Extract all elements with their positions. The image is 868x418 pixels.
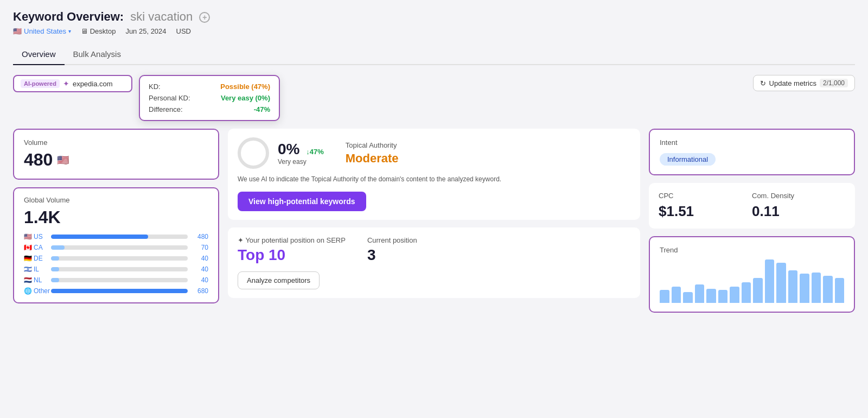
country-code: 🌐 Other xyxy=(24,287,47,295)
row-flag: 🇩🇪 xyxy=(24,255,32,262)
left-column: Volume 480 🇺🇸 Global Volume 1.4K 🇺🇸 US xyxy=(13,129,219,313)
row-flag: 🌐 xyxy=(24,287,32,295)
trend-bar xyxy=(765,259,775,303)
difficulty-card: 0% ↓47% Very easy Topical Authority Mode… xyxy=(228,129,640,220)
bar-fill xyxy=(51,267,59,271)
row-count: 40 xyxy=(192,276,208,284)
row-code: Other xyxy=(34,287,50,295)
add-keyword-icon[interactable]: + xyxy=(199,12,210,23)
diff-arrow: ↓47% xyxy=(306,148,324,156)
row-code: NL xyxy=(34,276,42,284)
update-count: 2/1,000 xyxy=(820,79,848,87)
global-row: 🇮🇱 IL 40 xyxy=(24,265,208,273)
trend-bar xyxy=(660,290,669,303)
update-metrics-button[interactable]: ↻ Update metrics 2/1,000 xyxy=(753,75,855,91)
bar-bg xyxy=(51,256,188,261)
row-flag: 🇺🇸 xyxy=(24,233,32,240)
volume-card: Volume 480 🇺🇸 xyxy=(13,129,219,180)
flag-us: 🇺🇸 xyxy=(13,27,22,35)
row-code: DE xyxy=(34,255,43,262)
trend-bar xyxy=(718,290,728,303)
right-column: Intent Informational CPC $1.51 Com. Dens… xyxy=(649,129,855,313)
serp-card: ✦ Your potential position on SERP Top 10… xyxy=(228,227,640,298)
density-label: Com. Density xyxy=(752,192,845,200)
topical-authority-value: Moderate xyxy=(346,151,399,166)
volume-flag: 🇺🇸 xyxy=(57,154,69,166)
mid-column: 0% ↓47% Very easy Topical Authority Mode… xyxy=(228,129,640,313)
bar-bg xyxy=(51,235,188,239)
row-flag: 🇳🇱 xyxy=(24,276,32,284)
trend-bar xyxy=(695,284,705,303)
row-code: CA xyxy=(34,244,43,251)
trend-label: Trend xyxy=(660,246,844,254)
tabs-row: Overview Bulk Analysis xyxy=(13,45,855,65)
bar-bg xyxy=(51,267,188,271)
trend-bar xyxy=(742,282,751,303)
global-rows: 🇺🇸 US 480 🇨🇦 CA 70 🇩🇪 DE xyxy=(24,233,208,295)
bar-fill xyxy=(51,256,59,261)
trend-chart xyxy=(660,259,844,303)
row-flag: 🇮🇱 xyxy=(24,265,32,273)
trend-bar xyxy=(788,270,798,303)
tab-overview[interactable]: Overview xyxy=(13,45,65,65)
row-code: IL xyxy=(34,265,39,273)
intent-badge: Informational xyxy=(660,153,716,166)
row-count: 40 xyxy=(192,255,208,262)
trend-bar xyxy=(835,278,845,303)
diff-label: Difference: xyxy=(149,105,183,113)
global-volume-card: Global Volume 1.4K 🇺🇸 US 480 🇨🇦 CA xyxy=(13,187,219,303)
update-metrics-label: Update metrics xyxy=(769,79,816,87)
bar-bg xyxy=(51,245,188,250)
global-row: 🇨🇦 CA 70 xyxy=(24,244,208,251)
country-code: 🇺🇸 US xyxy=(24,233,47,240)
trend-bar xyxy=(683,292,693,303)
country-selector[interactable]: 🇺🇸 United States ▾ xyxy=(13,27,71,35)
serp-label: ✦ Your potential position on SERP xyxy=(238,236,346,244)
bar-fill xyxy=(51,245,65,250)
trend-bar xyxy=(753,278,763,303)
personal-kd-label: Personal KD: xyxy=(149,94,190,102)
trend-bar xyxy=(706,289,716,303)
bar-fill xyxy=(51,235,148,239)
row-count: 480 xyxy=(192,233,208,240)
view-high-potential-button[interactable]: View high-potential keywords xyxy=(238,192,366,211)
kd-popup: KD: Possible (47%) Personal KD: Very eas… xyxy=(139,75,280,121)
global-row: 🇩🇪 DE 40 xyxy=(24,255,208,262)
personal-kd-value: Very easy (0%) xyxy=(221,94,270,102)
volume-label: Volume xyxy=(24,138,208,147)
trend-card: Trend xyxy=(649,236,855,313)
trend-bar xyxy=(812,273,821,303)
intent-label: Intent xyxy=(660,138,844,147)
country-code: 🇳🇱 NL xyxy=(24,276,47,284)
global-row: 🇳🇱 NL 40 xyxy=(24,276,208,284)
volume-value: 480 🇺🇸 xyxy=(24,150,208,170)
current-position-value: 3 xyxy=(367,246,417,264)
global-row: 🇺🇸 US 480 xyxy=(24,233,208,240)
difficulty-gauge xyxy=(238,137,269,169)
domain-display: expedia.com xyxy=(73,80,113,88)
global-volume-value: 1.4K xyxy=(24,207,208,227)
global-row: 🌐 Other 680 xyxy=(24,287,208,295)
kd-value: Possible (47%) xyxy=(220,83,270,91)
analyze-competitors-button[interactable]: Analyze competitors xyxy=(238,271,320,289)
row-count: 680 xyxy=(192,287,208,295)
country-code: 🇨🇦 CA xyxy=(24,244,47,251)
bar-bg xyxy=(51,289,188,293)
date-label: Jun 25, 2024 xyxy=(125,27,166,35)
bar-bg xyxy=(51,278,188,282)
trend-bar xyxy=(672,287,681,303)
topical-authority-label: Topical Authority xyxy=(346,141,399,149)
currency-label: USD xyxy=(176,27,191,35)
main-grid: Volume 480 🇺🇸 Global Volume 1.4K 🇺🇸 US xyxy=(13,129,855,313)
country-code: 🇮🇱 IL xyxy=(24,265,47,273)
ai-topical-text: We use AI to indicate the Topical Author… xyxy=(238,174,630,184)
country-chevron: ▾ xyxy=(68,28,71,34)
bar-fill xyxy=(51,289,188,293)
trend-bar xyxy=(823,276,833,303)
cpc-density-card: CPC $1.51 Com. Density 0.11 xyxy=(649,183,855,229)
ai-input-wrapper: AI-powered ✦ expedia.com xyxy=(13,75,132,92)
trend-bar xyxy=(776,263,786,303)
ai-badge: AI-powered xyxy=(21,79,60,88)
current-position-label: Current position xyxy=(367,236,417,244)
tab-bulk-analysis[interactable]: Bulk Analysis xyxy=(65,45,130,65)
